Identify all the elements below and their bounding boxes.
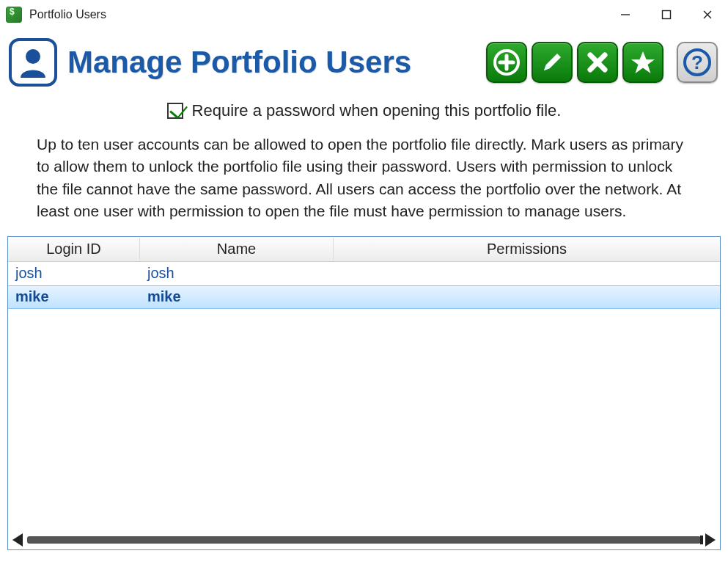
window-controls <box>605 0 728 29</box>
table-row[interactable]: mikemike <box>8 285 720 309</box>
titlebar: Portfolio Users <box>0 0 728 29</box>
col-permissions-header[interactable]: Permissions <box>334 238 720 260</box>
toolbar: ? <box>486 42 718 83</box>
horizontal-scrollbar[interactable] <box>8 530 720 549</box>
add-button[interactable] <box>486 42 527 83</box>
minimize-button[interactable] <box>605 0 646 29</box>
close-button[interactable] <box>687 0 728 29</box>
cell-permissions <box>334 296 720 299</box>
col-login-header[interactable]: Login ID <box>8 238 140 260</box>
table-header: Login ID Name Permissions <box>8 237 720 262</box>
table-row[interactable]: joshjosh <box>8 262 720 285</box>
edit-button[interactable] <box>532 42 573 83</box>
users-table: Login ID Name Permissions joshjoshmikemi… <box>7 236 721 550</box>
col-name-header[interactable]: Name <box>140 238 334 260</box>
require-password-checkbox[interactable] <box>167 103 183 119</box>
app-icon <box>6 7 22 23</box>
user-icon <box>9 38 57 87</box>
maximize-button[interactable] <box>646 0 687 29</box>
svg-point-4 <box>26 49 40 64</box>
require-password-label: Require a password when opening this por… <box>192 101 562 120</box>
scroll-track[interactable] <box>27 536 701 544</box>
svg-text:?: ? <box>691 51 703 73</box>
help-button[interactable]: ? <box>677 42 718 83</box>
window-title: Portfolio Users <box>29 8 106 21</box>
svg-rect-1 <box>663 11 671 19</box>
scroll-right-icon[interactable] <box>705 533 716 547</box>
header: Manage Portfolio Users <box>4 38 724 92</box>
description-text: Up to ten user accounts can be allowed t… <box>4 134 724 236</box>
require-password-row: Require a password when opening this por… <box>4 101 724 120</box>
cell-login: josh <box>8 263 140 283</box>
page-title: Manage Portfolio Users <box>67 45 411 80</box>
delete-button[interactable] <box>577 42 618 83</box>
scroll-left-icon[interactable] <box>12 533 23 547</box>
primary-button[interactable] <box>622 42 663 83</box>
cell-name: josh <box>140 263 334 283</box>
cell-permissions <box>334 272 720 275</box>
table-body: joshjoshmikemike <box>8 262 720 530</box>
cell-login: mike <box>8 287 140 307</box>
cell-name: mike <box>140 287 334 307</box>
